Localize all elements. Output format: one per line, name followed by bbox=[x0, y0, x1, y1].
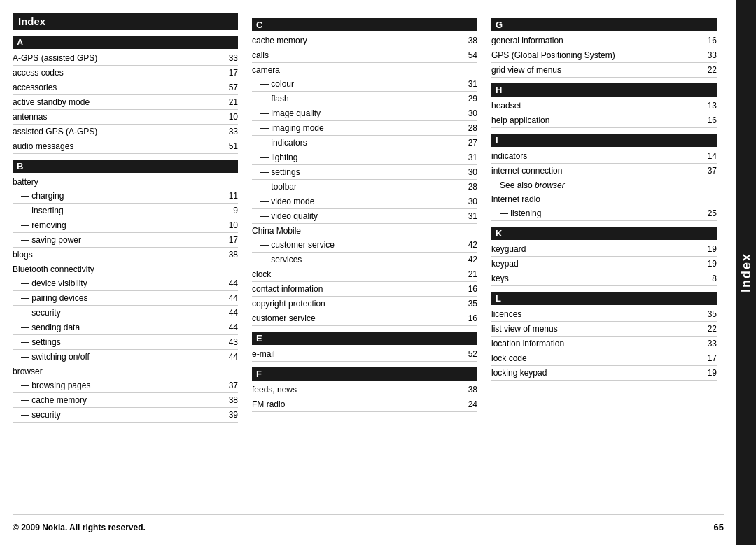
list-item: — settings 43 bbox=[13, 335, 238, 350]
list-item: internet radio bbox=[491, 192, 717, 206]
list-item: general information 16 bbox=[491, 34, 717, 48]
copyright-text: © 2009 Nokia. All rights reserved. bbox=[13, 523, 146, 532]
list-item: contact information 16 bbox=[252, 282, 477, 297]
list-item: list view of menus 22 bbox=[491, 322, 717, 337]
section-header-c: C bbox=[252, 18, 477, 31]
section-header-e: E bbox=[252, 332, 477, 345]
sidebar-index: Index bbox=[736, 0, 756, 545]
list-item: GPS (Global Positioning System) 33 bbox=[491, 48, 717, 63]
list-item: — inserting 9 bbox=[13, 204, 238, 218]
list-item: camera bbox=[252, 63, 477, 77]
main-content: Index A A-GPS (assisted GPS) 33 access c… bbox=[0, 0, 736, 545]
list-item: — customer service 42 bbox=[252, 238, 477, 253]
list-item: audio messages 51 bbox=[13, 139, 238, 154]
list-item: — cache memory 38 bbox=[13, 393, 238, 408]
list-item: blogs 38 bbox=[13, 248, 238, 262]
column-3: G general information 16 GPS (Global Pos… bbox=[484, 13, 724, 509]
list-item: — saving power 17 bbox=[13, 233, 238, 248]
list-item: grid view of menus 22 bbox=[491, 63, 717, 78]
list-item: headset 13 bbox=[491, 99, 717, 113]
list-item: — image quality 30 bbox=[252, 106, 477, 121]
list-item: — pairing devices 44 bbox=[13, 291, 238, 306]
list-item: — settings 30 bbox=[252, 165, 477, 180]
list-item: — toolbar 28 bbox=[252, 180, 477, 194]
section-header-l: L bbox=[491, 292, 717, 305]
column-1: Index A A-GPS (assisted GPS) 33 access c… bbox=[13, 13, 245, 509]
list-item: — removing 10 bbox=[13, 218, 238, 233]
list-item: — browsing pages 37 bbox=[13, 378, 238, 393]
section-header-h: H bbox=[491, 83, 717, 97]
list-item: calls 54 bbox=[252, 48, 477, 63]
page: Index A A-GPS (assisted GPS) 33 access c… bbox=[0, 0, 756, 545]
list-item: keypad 19 bbox=[491, 257, 717, 271]
list-item: location information 33 bbox=[491, 337, 717, 351]
index-title: Index bbox=[13, 13, 238, 30]
list-item: — sending data 44 bbox=[13, 320, 238, 335]
list-item: — security 39 bbox=[13, 408, 238, 423]
list-item: help application 16 bbox=[491, 113, 717, 128]
footer: © 2009 Nokia. All rights reserved. 65 bbox=[13, 514, 724, 532]
column-2: C cache memory 38 calls 54 camera — colo… bbox=[245, 13, 484, 509]
list-item: browser bbox=[13, 364, 238, 378]
list-item: assisted GPS (A-GPS) 33 bbox=[13, 125, 238, 139]
list-item: indicators 14 bbox=[491, 149, 717, 164]
list-item: lock code 17 bbox=[491, 351, 717, 366]
list-item: — charging 11 bbox=[13, 189, 238, 204]
list-item: — services 42 bbox=[252, 253, 477, 267]
list-item: — security 44 bbox=[13, 306, 238, 320]
list-item: licences 35 bbox=[491, 307, 717, 322]
section-header-a: A bbox=[13, 36, 238, 49]
list-item: keys 8 bbox=[491, 271, 717, 286]
list-item: locking keypad 19 bbox=[491, 366, 717, 381]
list-item: — video quality 31 bbox=[252, 209, 477, 224]
list-item: access codes 17 bbox=[13, 66, 238, 80]
list-item: accessories 57 bbox=[13, 80, 238, 95]
list-item: clock 21 bbox=[252, 267, 477, 282]
list-item: battery bbox=[13, 175, 238, 189]
list-item: — lighting 31 bbox=[252, 150, 477, 165]
section-header-f: F bbox=[252, 367, 477, 381]
list-item: active standby mode 21 bbox=[13, 95, 238, 110]
list-item: antennas 10 bbox=[13, 110, 238, 125]
list-item: — indicators 27 bbox=[252, 136, 477, 150]
list-item: — colour 31 bbox=[252, 77, 477, 92]
list-item: Bluetooth connectivity bbox=[13, 262, 238, 276]
section-header-b: B bbox=[13, 160, 238, 173]
list-item: China Mobile bbox=[252, 224, 477, 238]
section-header-g: G bbox=[491, 18, 717, 31]
list-item: — device visibility 44 bbox=[13, 276, 238, 291]
list-item: e-mail 52 bbox=[252, 347, 477, 362]
list-item: A-GPS (assisted GPS) 33 bbox=[13, 51, 238, 66]
section-header-i: I bbox=[491, 134, 717, 147]
list-item: — flash 29 bbox=[252, 92, 477, 106]
list-item: FM radio 24 bbox=[252, 397, 477, 412]
columns-container: Index A A-GPS (assisted GPS) 33 access c… bbox=[13, 13, 724, 509]
list-item: keyguard 19 bbox=[491, 242, 717, 257]
list-item: customer service 16 bbox=[252, 311, 477, 326]
page-number: 65 bbox=[714, 522, 724, 532]
see-also-text: See also browser bbox=[491, 178, 717, 192]
sidebar-index-label: Index bbox=[739, 253, 754, 292]
section-header-k: K bbox=[491, 227, 717, 240]
list-item: internet connection 37 bbox=[491, 164, 717, 178]
list-item: — video mode 30 bbox=[252, 194, 477, 209]
list-item: feeds, news 38 bbox=[252, 383, 477, 397]
list-item: cache memory 38 bbox=[252, 34, 477, 48]
list-item: — switching on/off 44 bbox=[13, 350, 238, 364]
list-item: — listening 25 bbox=[491, 206, 717, 221]
list-item: — imaging mode 28 bbox=[252, 121, 477, 136]
list-item: copyright protection 35 bbox=[252, 297, 477, 311]
